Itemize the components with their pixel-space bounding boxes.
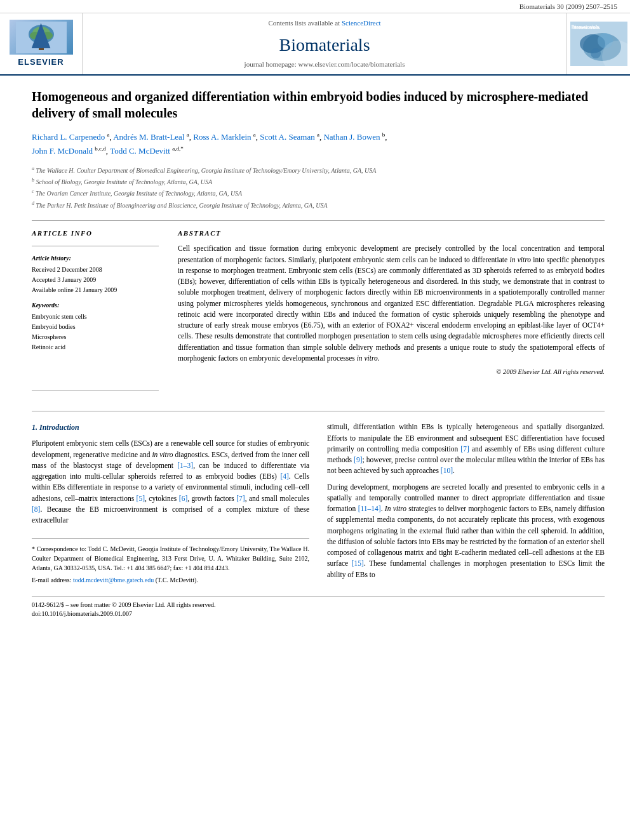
keyword-3: Microspheres [32,333,159,342]
info-divider [32,246,159,246]
author-carpenedo: Richard L. Carpenedo [32,133,105,142]
keyword-1: Embryonic stem cells [32,312,159,321]
journal-center: Contents lists available at ScienceDirec… [83,13,566,74]
sciencedirect-link[interactable]: ScienceDirect [342,19,381,27]
elsevier-logo-image [10,20,73,55]
svg-point-10 [598,33,613,48]
ref-9[interactable]: [9] [354,456,362,463]
author-brattleal: Andrés M. Bratt-Leal [113,133,184,142]
affil-d: d The Parker H. Petit Institute of Bioen… [32,200,605,210]
authors-line: Richard L. Carpenedo a, Andrés M. Bratt-… [32,130,605,158]
available-date: Available online 21 January 2009 [32,286,159,295]
ref-15[interactable]: [15] [352,559,364,567]
body-col-left: 1. Introduction Pluripotent embryonic st… [32,422,309,587]
author-seaman: Scott A. Seaman [260,133,314,142]
doi-text: doi:10.1016/j.biomaterials.2009.01.007 [32,610,605,618]
citation-line: Biomaterials 30 (2009) 2507–2515 [0,0,630,13]
footnote-email: E-mail address: todd.mcdevitt@bme.gatech… [32,575,309,585]
svg-point-4 [30,32,40,39]
accepted-date: Accepted 3 January 2009 [32,276,159,284]
intro-para-right-1: stimuli, differentiation within EBs is t… [327,422,605,476]
elsevier-logo: ELSEVIER [0,13,83,74]
author-mcdevitt: Todd C. McDevitt [110,147,170,156]
copyright-line: © 2009 Elsevier Ltd. All rights reserved… [178,368,605,377]
article-info-heading: ARTICLE INFO [32,229,159,238]
ref-5[interactable]: [5] [137,495,145,502]
ref-7[interactable]: [7] [236,495,245,502]
intro-para-1: Pluripotent embryonic stem cells (ESCs) … [32,438,309,526]
abstract-heading: ABSTRACT [178,229,605,238]
history-label: Article history: [32,254,159,263]
ref-11-14[interactable]: [11–14] [358,505,381,512]
body-col-right: stimuli, differentiation within EBs is t… [327,422,605,587]
introduction-heading: 1. Introduction [32,422,309,433]
abstract-text: Cell specification and tissue formation … [178,243,605,364]
received-date: Received 2 December 2008 [32,265,159,274]
ref-8[interactable]: [8] [32,505,40,513]
svg-point-5 [43,32,53,39]
journal-bar: ELSEVIER Contents lists available at Sci… [0,13,630,76]
sciencedirect-line: Contents lists available at ScienceDirec… [268,18,380,28]
biomaterials-logo-image: Biomaterials [570,22,627,66]
info-bottom-divider [32,390,159,390]
article-info-abstract: ARTICLE INFO Article history: Received 2… [32,229,605,398]
ref-10[interactable]: [10] [441,467,453,474]
email-link[interactable]: todd.mcdevitt@bme.gatech.edu [73,577,154,583]
keyword-4: Retinoic acid [32,343,159,352]
affil-b: b School of Biology, Georgia Institute o… [32,177,605,187]
author-marklein: Ross A. Marklein [193,133,251,142]
author-bowen: Nathan J. Bowen [323,133,380,142]
keywords-label: Keywords: [32,301,159,310]
affiliations: a The Wallace H. Coulter Department of B… [32,165,605,210]
journal-title-header: Biomaterials [279,32,370,57]
article-title: Homogeneous and organized differentiatio… [32,88,605,121]
elsevier-wordmark: ELSEVIER [18,57,64,68]
bottom-info: 0142-9612/$ – see front matter © 2009 El… [32,596,605,618]
svg-point-11 [591,48,601,58]
citation-text: Biomaterials 30 (2009) 2507–2515 [519,3,617,10]
svg-rect-2 [39,41,44,50]
section-divider-top [32,220,605,221]
affil-a: a The Wallace H. Coulter Department of B… [32,165,605,175]
author-mcdonald: John F. McDonald [32,147,93,156]
ref-4[interactable]: [4] [280,472,288,480]
footnote-correspondence: * Correspondence to: Todd C. McDevitt, G… [32,544,309,573]
page-header: Biomaterials 30 (2009) 2507–2515 ELSEVIE… [0,0,630,76]
ref-1-3[interactable]: [1–3] [177,462,193,469]
ref-7b[interactable]: [7] [460,445,469,453]
body-divider [32,411,605,411]
ref-6[interactable]: [6] [179,495,187,502]
svg-text:Biomaterials: Biomaterials [573,25,600,30]
abstract-panel: ABSTRACT Cell specification and tissue f… [178,229,605,398]
main-content: Homogeneous and organized differentiatio… [0,76,630,631]
keyword-2: Embryoid bodies [32,323,159,331]
article-info-panel: ARTICLE INFO Article history: Received 2… [32,229,159,398]
affil-c: c The Ovarian Cancer Institute, Georgia … [32,188,605,198]
intro-para-right-2: During development, morphogens are secre… [327,482,605,580]
license-text: 0142-9612/$ – see front matter © 2009 El… [32,601,605,610]
biomaterials-logo: Biomaterials [566,13,630,74]
journal-homepage: journal homepage: www.elsevier.com/locat… [245,60,405,69]
body-two-col: 1. Introduction Pluripotent embryonic st… [32,422,605,587]
footnote-area: * Correspondence to: Todd C. McDevitt, G… [32,538,309,585]
